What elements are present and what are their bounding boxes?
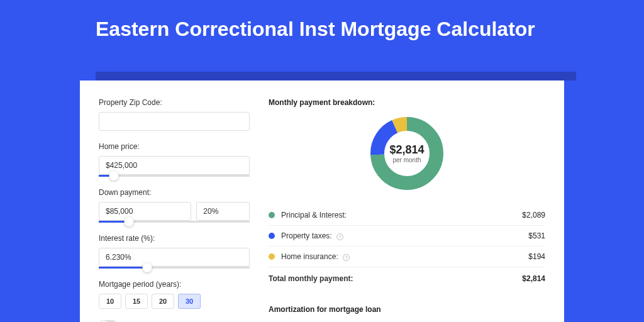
donut-chart-container: $2,814 per month [269,116,545,191]
input-column: Property Zip Code: Home price: Down paym… [99,98,250,322]
insurance-value: $194 [528,252,545,261]
down-payment-percent-input[interactable] [196,202,250,221]
down-payment-slider-handle[interactable] [125,217,134,226]
taxes-value: $531 [528,231,545,240]
period-btn-15[interactable]: 15 [125,294,148,309]
info-icon[interactable]: ? [343,254,350,261]
breakdown-column: Monthly payment breakdown: $2,814 per mo… [269,98,545,322]
insurance-label-text: Home insurance: [281,252,338,261]
card-shadow [96,72,576,80]
dot-blue-icon [269,233,275,239]
home-price-slider-handle[interactable] [109,171,119,180]
period-btn-20[interactable]: 20 [152,294,174,309]
dot-yellow-icon [269,253,275,260]
home-price-input[interactable] [99,156,250,175]
donut-amount: $2,814 [389,143,424,157]
breakdown-title: Monthly payment breakdown: [269,98,545,107]
interest-rate-group: Interest rate (%): [99,234,250,269]
amortization-section: Amortization for mortgage loan Amortizat… [269,305,545,322]
calculator-card: Property Zip Code: Home price: Down paym… [80,80,564,322]
home-price-label: Home price: [99,142,250,151]
period-group: Mortgage period (years): 10 15 20 30 [99,280,250,309]
period-options: 10 15 20 30 [99,294,250,309]
principal-label: Principal & Interest: [281,211,522,219]
down-payment-amount-input[interactable] [99,202,191,221]
breakdown-row-taxes: Property taxes: ? $531 [269,226,545,247]
interest-rate-slider[interactable] [99,267,250,269]
page-title: Eastern Correctional Inst Mortgage Calcu… [0,0,644,41]
total-label: Total monthly payment: [269,274,522,283]
taxes-label-text: Property taxes: [281,231,332,240]
insurance-label: Home insurance: ? [281,252,528,261]
breakdown-row-total: Total monthly payment: $2,814 [269,267,545,289]
zip-input[interactable] [99,112,250,131]
interest-rate-label: Interest rate (%): [99,234,250,243]
down-payment-label: Down payment: [99,188,250,197]
down-payment-group: Down payment: [99,188,250,223]
breakdown-row-insurance: Home insurance: ? $194 [269,247,545,267]
dot-green-icon [269,212,275,218]
home-price-group: Home price: [99,142,250,177]
period-btn-10[interactable]: 10 [99,294,121,309]
info-icon[interactable]: ? [336,233,343,240]
zip-field-group: Property Zip Code: [99,98,250,131]
taxes-label: Property taxes: ? [281,231,528,240]
donut-chart: $2,814 per month [369,116,445,191]
down-payment-slider[interactable] [99,221,250,223]
principal-value: $2,089 [522,211,545,219]
period-btn-30[interactable]: 30 [178,294,201,309]
total-value: $2,814 [522,274,545,283]
donut-center: $2,814 per month [389,143,424,164]
breakdown-row-principal: Principal & Interest: $2,089 [269,205,545,226]
zip-label: Property Zip Code: [99,98,250,107]
amortization-title: Amortization for mortgage loan [269,305,545,314]
interest-rate-input[interactable] [99,248,250,267]
interest-rate-slider-handle[interactable] [142,263,152,272]
home-price-slider[interactable] [99,175,250,177]
period-label: Mortgage period (years): [99,280,250,289]
donut-sub: per month [389,157,424,164]
